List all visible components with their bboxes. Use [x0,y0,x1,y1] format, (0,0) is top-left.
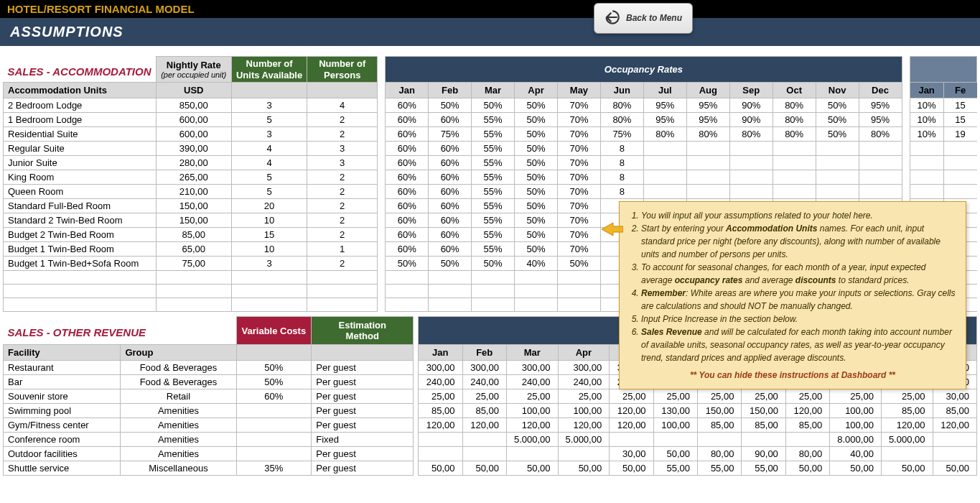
occupancy-cell[interactable]: 90% [729,113,773,127]
occupancy-cell[interactable]: 50% [515,113,558,127]
revenue-cell[interactable] [653,433,697,447]
revenue-cell[interactable]: 300,00 [419,361,462,375]
units-cell[interactable]: 3 [231,257,307,271]
occupancy-cell[interactable]: 55% [472,185,515,199]
revenue-cell[interactable]: 5.000,00 [506,433,558,447]
occupancy-cell[interactable]: 60% [429,185,472,199]
occupancy-cell[interactable] [773,142,816,156]
occupancy-cell[interactable]: 75% [600,127,643,142]
estimation-cell[interactable]: Per guest [312,375,414,389]
group-cell[interactable]: Food & Beverages [121,375,236,389]
occupancy-y2-cell[interactable]: 15 [943,98,976,113]
occupancy-cell[interactable]: 8 [600,170,643,185]
occupancy-cell[interactable]: 80% [600,113,643,127]
revenue-cell[interactable] [419,433,462,447]
occupancy-cell[interactable]: 8 [600,142,643,156]
revenue-cell[interactable]: 120,00 [881,418,933,433]
revenue-cell[interactable]: 90,00 [742,447,785,461]
occupancy-cell[interactable]: 60% [386,98,429,113]
estimation-cell[interactable]: Fixed [312,433,414,447]
persons-cell[interactable]: 2 [307,257,378,271]
revenue-cell[interactable]: 300,00 [506,361,558,375]
revenue-cell[interactable]: 25,00 [653,389,697,404]
revenue-cell[interactable]: 300,00 [462,361,506,375]
occupancy-cell[interactable]: 60% [429,113,472,127]
facility-cell[interactable]: Conference room [4,433,121,447]
revenue-cell[interactable] [881,447,933,461]
occupancy-cell[interactable] [773,170,816,185]
persons-cell[interactable]: 2 [307,170,378,185]
revenue-cell[interactable]: 150,00 [742,404,785,418]
occupancy-cell[interactable]: 50% [515,228,558,242]
variable-cost-cell[interactable]: 50% [236,361,312,375]
occupancy-cell[interactable]: 55% [472,228,515,242]
occupancy-y2-cell[interactable]: 19 [943,127,976,142]
occupancy-cell[interactable]: 55% [472,156,515,170]
revenue-cell[interactable]: 25,00 [462,389,506,404]
revenue-cell[interactable]: 85,00 [462,404,506,418]
occupancy-cell[interactable]: 80% [729,127,773,142]
occupancy-cell[interactable]: 80% [686,127,729,142]
occupancy-cell[interactable]: 90% [729,98,773,113]
occupancy-cell[interactable]: 70% [558,127,601,142]
occupancy-cell[interactable]: 8 [600,185,643,199]
revenue-cell[interactable] [462,447,506,461]
occupancy-cell[interactable] [686,185,729,199]
revenue-cell[interactable]: 25,00 [785,389,829,404]
occupancy-cell[interactable]: 80% [643,127,686,142]
units-cell[interactable]: 5 [231,170,307,185]
revenue-cell[interactable]: 50,00 [462,461,506,476]
persons-cell[interactable]: 2 [307,185,378,199]
persons-cell[interactable]: 2 [307,127,378,142]
occupancy-cell[interactable]: 60% [429,142,472,156]
units-cell[interactable]: 3 [231,98,307,113]
unit-name[interactable]: King Room [4,170,157,185]
revenue-cell[interactable]: 120,00 [610,404,653,418]
occupancy-y2-cell[interactable]: 10% [910,127,943,142]
group-cell[interactable]: Amenities [121,447,236,461]
nightly-rate-cell[interactable]: 600,00 [156,127,231,142]
unit-name[interactable]: 2 Bedroom Lodge [4,98,157,113]
occupancy-y2-cell[interactable]: 10% [910,98,943,113]
revenue-cell[interactable]: 40,00 [830,447,882,461]
occupancy-cell[interactable] [729,185,773,199]
facility-cell[interactable]: Shuttle service [4,461,121,476]
occupancy-cell[interactable]: 50% [515,185,558,199]
occupancy-cell[interactable]: 95% [686,98,729,113]
nightly-rate-cell[interactable]: 150,00 [156,213,231,228]
facility-cell[interactable]: Restaurant [4,361,121,375]
occupancy-cell[interactable]: 8 [600,156,643,170]
occupancy-cell[interactable]: 70% [558,142,601,156]
occupancy-cell[interactable]: 60% [429,228,472,242]
occupancy-cell[interactable]: 70% [558,228,601,242]
persons-cell[interactable]: 4 [307,98,378,113]
variable-cost-cell[interactable]: 60% [236,389,312,404]
occupancy-cell[interactable] [729,156,773,170]
occupancy-cell[interactable]: 60% [429,242,472,257]
persons-cell[interactable]: 2 [307,213,378,228]
occupancy-cell[interactable]: 95% [859,113,902,127]
occupancy-cell[interactable]: 70% [558,199,601,213]
revenue-cell[interactable]: 8.000,00 [830,433,882,447]
revenue-cell[interactable]: 120,00 [506,418,558,433]
occupancy-cell[interactable]: 75% [429,127,472,142]
variable-cost-cell[interactable]: 35% [236,461,312,476]
occupancy-cell[interactable]: 80% [773,113,816,127]
occupancy-cell[interactable]: 55% [472,170,515,185]
facility-cell[interactable]: Outdoor facilities [4,447,121,461]
variable-cost-cell[interactable] [236,418,312,433]
units-cell[interactable]: 20 [231,199,307,213]
revenue-cell[interactable] [933,447,977,461]
occupancy-cell[interactable]: 60% [386,228,429,242]
occupancy-y2-cell[interactable] [910,185,943,199]
revenue-cell[interactable]: 50,00 [419,461,462,476]
revenue-cell[interactable]: 25,00 [558,389,610,404]
occupancy-cell[interactable]: 55% [472,113,515,127]
occupancy-cell[interactable]: 70% [558,170,601,185]
occupancy-cell[interactable] [816,185,859,199]
revenue-cell[interactable]: 5.000,00 [558,433,610,447]
occupancy-cell[interactable]: 40% [515,257,558,271]
occupancy-cell[interactable]: 50% [429,257,472,271]
revenue-cell[interactable]: 100,00 [653,418,697,433]
revenue-cell[interactable]: 50,00 [933,461,977,476]
